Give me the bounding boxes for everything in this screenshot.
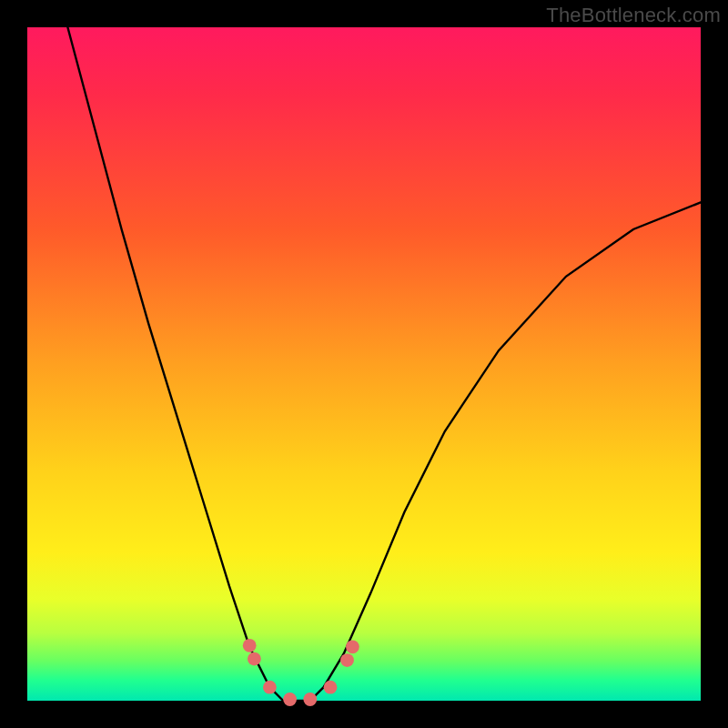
watermark-text: TheBottleneck.com (546, 4, 721, 27)
curve-marker (248, 652, 261, 666)
chart-frame: TheBottleneck.com (0, 0, 728, 728)
curve-marker (263, 681, 277, 694)
curve-marker (303, 693, 317, 706)
chart-svg (27, 27, 701, 701)
curve-marker (283, 693, 297, 706)
curve-marker (243, 639, 257, 652)
curve-marker (340, 653, 354, 667)
chart-plot-area (27, 27, 701, 701)
curve-markers (243, 639, 359, 706)
bottleneck-curve (67, 27, 701, 701)
curve-marker (324, 681, 338, 694)
curve-marker (346, 640, 359, 653)
